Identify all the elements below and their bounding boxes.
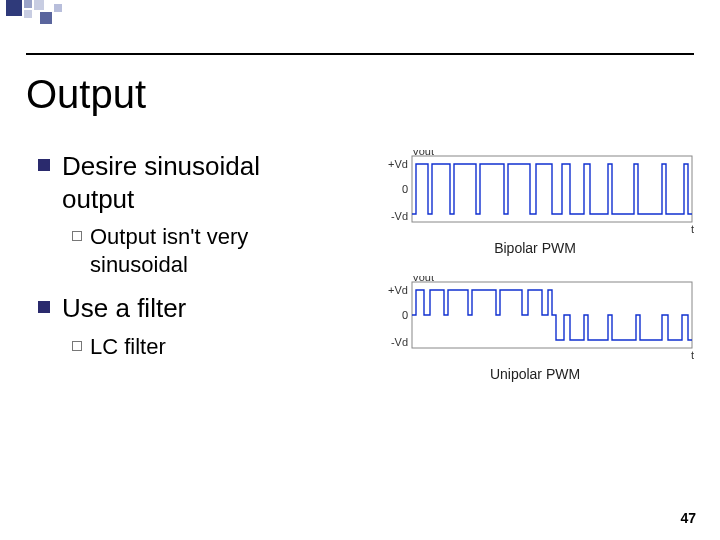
list-item-text: Use a filter <box>62 292 186 325</box>
slide-template-decoration <box>0 0 720 24</box>
figures-panel: Vout +Vd 0 -Vd t Bipolar PWM Vout +Vd 0 … <box>370 150 700 402</box>
list-subitem-text: LC filter <box>90 333 166 361</box>
svg-text:Vout: Vout <box>412 276 434 283</box>
figure-caption: Unipolar PWM <box>370 366 700 382</box>
slide-title: Output <box>26 72 146 117</box>
ytick: -Vd <box>391 210 408 222</box>
ytick: +Vd <box>388 158 408 170</box>
bullet-square-icon <box>38 159 50 171</box>
ytick: 0 <box>402 309 408 321</box>
list-item-text: Desire sinusoidal output <box>62 150 338 215</box>
svg-text:t: t <box>691 223 694 235</box>
figure-unipolar-pwm: Vout +Vd 0 -Vd t Unipolar PWM <box>370 276 700 372</box>
list-item: Use a filter <box>38 292 338 325</box>
list-subitem: Output isn't very sinusoidal <box>72 223 338 278</box>
bullet-hollow-square-icon <box>72 231 82 241</box>
bullet-square-icon <box>38 301 50 313</box>
list-item: Desire sinusoidal output <box>38 150 338 215</box>
svg-text:t: t <box>691 349 694 361</box>
bullet-list: Desire sinusoidal output Output isn't ve… <box>38 150 338 374</box>
title-underline <box>26 53 694 55</box>
bullet-hollow-square-icon <box>72 341 82 351</box>
figure-bipolar-pwm: Vout +Vd 0 -Vd t Bipolar PWM <box>370 150 700 246</box>
ytick: +Vd <box>388 284 408 296</box>
page-number: 47 <box>680 510 696 526</box>
ytick: 0 <box>402 183 408 195</box>
ytick: -Vd <box>391 336 408 348</box>
list-subitem: LC filter <box>72 333 338 361</box>
figure-caption: Bipolar PWM <box>370 240 700 256</box>
axis-label-y: Vout <box>412 150 434 157</box>
list-subitem-text: Output isn't very sinusoidal <box>90 223 338 278</box>
